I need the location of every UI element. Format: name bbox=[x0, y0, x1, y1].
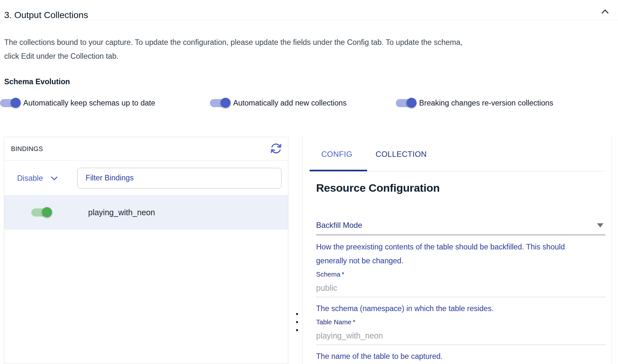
switch-on-icon[interactable] bbox=[0, 96, 21, 109]
field-label-text: Schema bbox=[316, 270, 340, 278]
backfill-mode-help: How the preexisting contents of the tabl… bbox=[316, 240, 605, 268]
toggle-label: Automatically keep schemas up to date bbox=[23, 99, 155, 107]
chevron-down-icon bbox=[43, 174, 58, 183]
switch-thumb bbox=[221, 98, 231, 108]
schema-field-input[interactable]: public bbox=[316, 283, 605, 297]
binding-detail-panel: CONFIG COLLECTION Resource Configuration… bbox=[303, 137, 612, 364]
help-line: How the preexisting contents of the tabl… bbox=[316, 240, 605, 254]
required-asterisk: * bbox=[342, 270, 344, 278]
bindings-controls-row: Disable bbox=[4, 161, 288, 196]
backfill-mode-label: Backfill Mode bbox=[316, 221, 362, 230]
binding-enabled-switch-icon[interactable] bbox=[31, 206, 52, 219]
table-name-field-help: The name of the table to be captured. bbox=[316, 349, 605, 363]
bindings-panel-header: BINDINGS bbox=[4, 137, 288, 161]
panel-resize-handle[interactable] bbox=[294, 313, 300, 331]
refresh-bindings-button[interactable] bbox=[269, 141, 283, 156]
active-tab-indicator bbox=[310, 170, 367, 171]
schema-field-label: Schema * bbox=[316, 270, 605, 278]
switch-on-icon[interactable] bbox=[210, 96, 231, 109]
section-description: The collections bound to your capture. T… bbox=[4, 35, 611, 63]
bindings-panel: BINDINGS Disable bbox=[4, 137, 288, 364]
description-line: The collections bound to your capture. T… bbox=[4, 35, 611, 49]
field-label-text: Table Name bbox=[316, 318, 351, 326]
binding-name: playing_with_neon bbox=[88, 208, 155, 217]
dropdown-arrow-icon bbox=[597, 223, 603, 228]
drag-dot bbox=[296, 329, 298, 331]
toggle-breaking-changes-reversion[interactable]: Breaking changes re-version collections bbox=[396, 96, 553, 110]
refresh-icon bbox=[269, 142, 283, 156]
disable-label: Disable bbox=[17, 174, 43, 183]
description-line: click Edit under the Collection tab. bbox=[4, 49, 611, 63]
tab-config[interactable]: CONFIG bbox=[310, 137, 364, 171]
header-divider bbox=[0, 20, 618, 20]
help-line: generally not be changed. bbox=[316, 254, 605, 268]
drag-dot bbox=[296, 321, 298, 323]
collapse-section-button[interactable] bbox=[599, 6, 612, 19]
switch-thumb bbox=[42, 207, 52, 217]
schema-field-help: The schema (namespace) in which the tabl… bbox=[316, 302, 605, 316]
resource-configuration-heading: Resource Configuration bbox=[316, 182, 605, 194]
chevron-up-icon bbox=[600, 7, 610, 18]
table-name-field: Table Name * playing_with_neon The name … bbox=[316, 318, 605, 363]
switch-on-icon[interactable] bbox=[396, 96, 417, 109]
tab-collection[interactable]: COLLECTION bbox=[364, 137, 438, 171]
resource-configuration-section: Resource Configuration Backfill Mode How… bbox=[303, 182, 612, 363]
disable-dropdown-button[interactable]: Disable bbox=[17, 174, 58, 183]
detail-tabs: CONFIG COLLECTION bbox=[303, 137, 612, 171]
drag-dot bbox=[296, 313, 298, 315]
schema-evolution-toggles: Automatically keep schemas up to date Au… bbox=[0, 96, 618, 110]
table-name-field-label: Table Name * bbox=[316, 318, 605, 326]
page-title: 3. Output Collections bbox=[4, 10, 88, 20]
required-asterisk: * bbox=[353, 318, 355, 326]
bindings-title: BINDINGS bbox=[11, 145, 43, 153]
table-name-field-input[interactable]: playing_with_neon bbox=[316, 331, 605, 345]
toggle-add-new-collections[interactable]: Automatically add new collections bbox=[210, 96, 346, 110]
toggle-label: Automatically add new collections bbox=[233, 99, 346, 107]
binding-row-playing-with-neon[interactable]: playing_with_neon bbox=[4, 196, 288, 229]
schema-evolution-heading: Schema Evolution bbox=[4, 77, 70, 86]
toggle-keep-schemas-up-to-date[interactable]: Automatically keep schemas up to date bbox=[0, 96, 155, 110]
filter-bindings-input[interactable] bbox=[77, 168, 282, 188]
switch-thumb bbox=[11, 98, 21, 108]
backfill-mode-select[interactable]: Backfill Mode bbox=[316, 221, 605, 235]
backfill-mode-field: Backfill Mode How the preexisting conten… bbox=[316, 221, 605, 268]
toggle-label: Breaking changes re-version collections bbox=[419, 99, 553, 107]
switch-thumb bbox=[407, 98, 417, 108]
schema-field: Schema * public The schema (namespace) i… bbox=[316, 270, 605, 316]
